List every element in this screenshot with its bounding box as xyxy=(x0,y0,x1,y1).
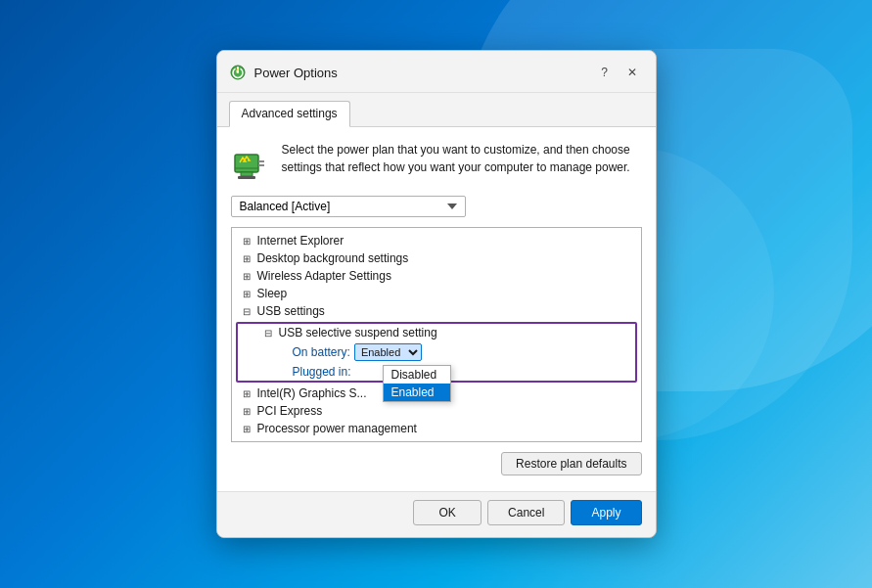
list-item-internet-explorer[interactable]: ⊞ Internet Explorer xyxy=(232,232,641,249)
tab-bar: Advanced settings xyxy=(217,93,656,127)
close-button[interactable]: ✕ xyxy=(620,61,644,84)
usb-selective-suspend-group: ⊟ USB selective suspend setting On batte… xyxy=(236,322,637,383)
expand-icon: ⊞ xyxy=(240,441,253,443)
ok-button[interactable]: OK xyxy=(413,500,482,525)
expand-icon: ⊞ xyxy=(240,406,253,417)
settings-list-container[interactable]: ⊞ Internet Explorer ⊞ Desktop background… xyxy=(231,227,642,442)
item-label: Processor power management xyxy=(257,422,417,435)
help-button[interactable]: ? xyxy=(593,61,617,84)
svg-rect-3 xyxy=(238,176,255,179)
expand-icon: ⊞ xyxy=(240,289,253,299)
item-label: Intel(R) Graphics S... xyxy=(257,386,367,400)
item-label: Wireless Adapter Settings xyxy=(257,269,391,283)
plan-dropdown-row: Balanced [Active] Power saver High perfo… xyxy=(231,196,642,217)
item-label: Sleep xyxy=(257,287,288,300)
power-options-dialog: Power Options ? ✕ Advanced settings xyxy=(216,50,657,538)
list-item-sleep[interactable]: ⊞ Sleep xyxy=(232,285,641,302)
item-label: USB selective suspend setting xyxy=(279,326,437,339)
item-label: USB settings xyxy=(257,304,325,318)
list-item-desktop-background[interactable]: ⊞ Desktop background settings xyxy=(232,249,641,267)
expand-icon: ⊞ xyxy=(240,271,253,282)
plugged-in-label: Plugged in: xyxy=(293,365,351,379)
item-label: Display xyxy=(257,439,296,442)
list-item-wireless-adapter[interactable]: ⊞ Wireless Adapter Settings xyxy=(232,267,641,285)
list-item-usb-selective-suspend[interactable]: ⊟ USB selective suspend setting xyxy=(238,324,635,341)
list-item-pci-express[interactable]: ⊞ PCI Express xyxy=(232,402,641,420)
on-battery-value: Enabled Disabled xyxy=(354,343,422,361)
title-bar-controls: ? ✕ xyxy=(593,61,644,84)
power-icon-large xyxy=(231,143,270,182)
on-battery-label: On battery: xyxy=(293,345,350,359)
on-battery-row-container: On battery: Enabled Disabled xyxy=(238,341,635,363)
dropdown-option-enabled[interactable]: Enabled xyxy=(384,384,450,401)
cancel-button[interactable]: Cancel xyxy=(487,500,565,525)
expand-icon: ⊞ xyxy=(240,424,253,434)
expand-icon: ⊟ xyxy=(240,306,253,317)
description-row: Select the power plan that you want to c… xyxy=(231,141,642,182)
content-area: Select the power plan that you want to c… xyxy=(217,127,656,491)
restore-btn-row: Restore plan defaults xyxy=(231,452,642,475)
list-item-display[interactable]: ⊞ Display xyxy=(232,437,641,442)
item-label: Desktop background settings xyxy=(257,251,409,265)
item-label: PCI Express xyxy=(257,404,323,418)
expand-icon: ⊞ xyxy=(240,236,253,247)
plan-dropdown[interactable]: Balanced [Active] Power saver High perfo… xyxy=(231,196,466,217)
svg-rect-2 xyxy=(241,172,252,176)
expand-icon: ⊞ xyxy=(240,388,253,399)
dialog-title: Power Options xyxy=(254,66,585,80)
list-item-usb-settings[interactable]: ⊟ USB settings xyxy=(232,302,641,320)
description-text: Select the power plan that you want to c… xyxy=(282,141,642,176)
restore-plan-defaults-button[interactable]: Restore plan defaults xyxy=(501,452,641,475)
bottom-buttons: OK Cancel Apply xyxy=(217,491,656,537)
tab-advanced-settings[interactable]: Advanced settings xyxy=(229,101,350,127)
on-battery-dropdown-popup: Disabled Enabled xyxy=(383,365,451,402)
on-battery-row: On battery: Enabled Disabled xyxy=(238,341,635,363)
on-battery-select[interactable]: Enabled Disabled xyxy=(354,343,422,361)
list-item-processor-power[interactable]: ⊞ Processor power management xyxy=(232,420,641,437)
item-label: Internet Explorer xyxy=(257,234,344,248)
expand-icon: ⊟ xyxy=(261,328,275,339)
apply-button[interactable]: Apply xyxy=(571,500,641,525)
power-options-icon xyxy=(229,64,247,81)
dropdown-option-disabled[interactable]: Disabled xyxy=(384,366,450,384)
settings-list: ⊞ Internet Explorer ⊞ Desktop background… xyxy=(232,228,641,442)
title-bar: Power Options ? ✕ xyxy=(217,51,656,93)
dialog-overlay: Power Options ? ✕ Advanced settings xyxy=(0,0,872,588)
expand-icon: ⊞ xyxy=(240,253,253,264)
